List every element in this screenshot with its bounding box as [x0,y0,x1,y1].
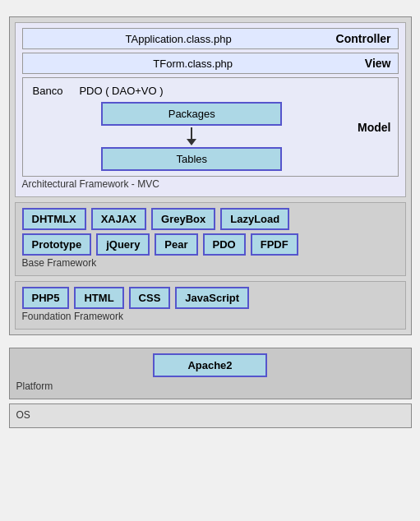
base-framework: DHTMLX XAJAX GreyBox LazyLoad Prototype … [15,202,406,276]
model-boxes: Packages Tables [30,102,347,171]
os-container: OS [9,403,412,428]
packages-box: Packages [101,102,282,126]
arch-label: Architectural Framework - MVC [22,178,399,190]
main-container: TApplication.class.php Controller TForm.… [9,16,412,335]
platform-inner: Apache2 [16,353,404,377]
btn-fpdf[interactable]: FPDF [251,233,298,256]
view-label: View [365,57,391,70]
btn-html[interactable]: HTML [74,287,123,309]
foundation-framework: PHP5 HTML CSS JavaScript Foundation Fram… [15,281,406,330]
foundation-framework-label: Foundation Framework [22,311,399,322]
arch-framework: TApplication.class.php Controller TForm.… [15,22,406,197]
platform-btn[interactable]: Apache2 [153,353,266,377]
btn-jquery[interactable]: jQuery [96,233,150,256]
btn-css[interactable]: CSS [129,287,171,309]
btn-greybox[interactable]: GreyBox [151,208,215,230]
model-content: Banco PDO ( DAO+VO ) Packages Tables [30,83,347,171]
btn-pdo[interactable]: PDO [203,233,246,256]
btn-javascript[interactable]: JavaScript [175,287,249,309]
platform-container: Apache2 Platform [9,348,412,399]
controller-label: Controller [336,32,391,45]
arrow-down-icon [187,127,196,145]
btn-xajax[interactable]: XAJAX [91,208,146,230]
model-pdo-label: PDO ( DAO+VO ) [79,85,163,97]
btn-php5[interactable]: PHP5 [22,287,70,309]
controller-row: TApplication.class.php Controller [22,28,399,49]
model-row: Banco PDO ( DAO+VO ) Packages Tables [22,77,399,177]
os-label: OS [16,409,404,421]
foundation-row-1: PHP5 HTML CSS JavaScript [22,287,399,309]
platform-label: Platform [16,380,404,392]
base-framework-label: Base Framework [22,257,399,269]
btn-dhtmlx[interactable]: DHTMLX [22,208,86,230]
btn-prototype[interactable]: Prototype [22,233,92,256]
model-label: Model [353,83,390,171]
view-filename: TForm.class.php [30,58,357,70]
foundation-framework-grid: PHP5 HTML CSS JavaScript [22,287,399,309]
base-row-2: Prototype jQuery Pear PDO FPDF [22,233,399,256]
controller-filename: TApplication.class.php [30,33,328,45]
btn-lazyload[interactable]: LazyLoad [220,208,289,230]
model-labels: Banco PDO ( DAO+VO ) [30,83,167,99]
view-row: TForm.class.php View [22,53,399,74]
btn-pear[interactable]: Pear [155,233,197,256]
base-framework-grid: DHTMLX XAJAX GreyBox LazyLoad Prototype … [22,208,399,256]
tables-box: Tables [101,147,282,171]
base-row-1: DHTMLX XAJAX GreyBox LazyLoad [22,208,399,230]
model-banco-label: Banco [33,85,63,97]
